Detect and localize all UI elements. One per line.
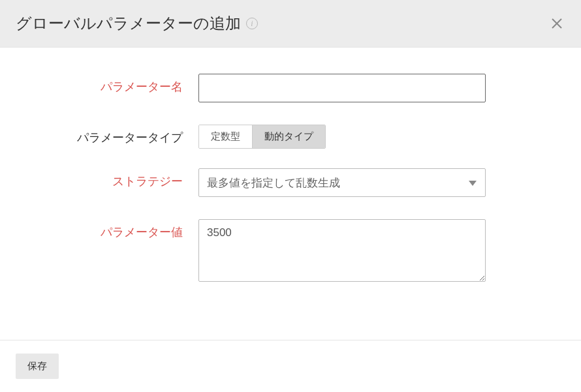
save-button[interactable]: 保存 — [16, 354, 59, 379]
info-icon[interactable]: i — [246, 18, 258, 29]
control-parameter-name — [198, 74, 492, 102]
row-parameter-type: パラメータータイプ 定数型 動的タイプ — [16, 125, 565, 149]
control-parameter-type: 定数型 動的タイプ — [198, 125, 492, 149]
control-parameter-value: 3500 — [198, 219, 492, 284]
dialog-title: グローバルパラメーターの追加 — [16, 13, 241, 34]
toggle-dynamic[interactable]: 動的タイプ — [252, 125, 325, 148]
parameter-name-input[interactable] — [198, 74, 486, 102]
row-strategy: ストラテジー 最多値を指定して乱数生成 — [16, 168, 565, 197]
strategy-selected-text: 最多値を指定して乱数生成 — [207, 175, 340, 190]
dialog-header: グローバルパラメーターの追加 i — [0, 0, 581, 48]
control-strategy: 最多値を指定して乱数生成 — [198, 168, 492, 197]
label-parameter-value: パラメーター値 — [16, 219, 198, 240]
label-parameter-name: パラメーター名 — [16, 74, 198, 95]
label-parameter-type: パラメータータイプ — [16, 125, 198, 145]
label-strategy: ストラテジー — [16, 168, 198, 189]
close-icon — [551, 13, 563, 33]
toggle-constant[interactable]: 定数型 — [199, 125, 252, 148]
dialog-footer: 保存 — [0, 340, 581, 392]
strategy-select-wrap: 最多値を指定して乱数生成 — [198, 168, 486, 197]
strategy-select[interactable]: 最多値を指定して乱数生成 — [198, 168, 486, 197]
form-body: パラメーター名 パラメータータイプ 定数型 動的タイプ ストラテジー 最多値を指… — [0, 48, 581, 333]
parameter-value-textarea[interactable]: 3500 — [198, 219, 486, 282]
close-button[interactable] — [548, 14, 565, 33]
dialog-title-wrap: グローバルパラメーターの追加 i — [16, 13, 258, 34]
row-parameter-name: パラメーター名 — [16, 74, 565, 102]
row-parameter-value: パラメーター値 3500 — [16, 219, 565, 284]
parameter-type-toggle: 定数型 動的タイプ — [198, 125, 326, 149]
